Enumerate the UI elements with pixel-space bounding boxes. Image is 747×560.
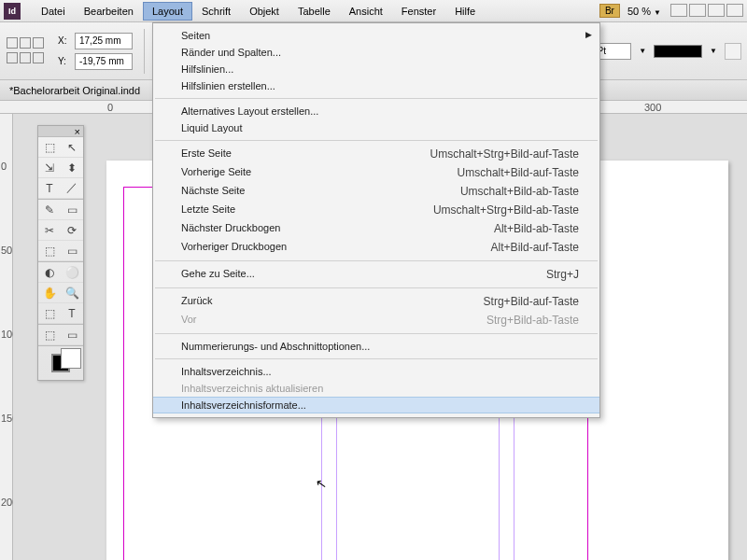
menu-schrift[interactable]: Schrift <box>192 2 240 21</box>
menu-item[interactable]: Vorheriger DruckbogenAlt+Bild-auf-Taste <box>153 238 599 257</box>
tool-button[interactable]: ⬍ <box>61 158 83 178</box>
close-icon[interactable]: × <box>75 126 80 137</box>
menu-item[interactable]: Hilfslinien erstellen... <box>153 77 599 94</box>
misc-icon[interactable] <box>725 43 741 60</box>
x-label: X: <box>58 35 71 46</box>
menu-item[interactable]: Vorherige SeiteUmschalt+Bild-auf-Taste <box>153 163 599 182</box>
app-icon: Id <box>4 3 21 20</box>
tool-button[interactable]: ▭ <box>61 241 83 261</box>
tool-button[interactable]: ✂ <box>38 220 61 241</box>
tool-button[interactable]: ✎ <box>38 200 61 220</box>
tool-button[interactable]: ⚪ <box>61 262 83 283</box>
tool-button[interactable]: ◐ <box>38 262 61 283</box>
tool-button[interactable]: ↖ <box>61 137 83 158</box>
bridge-chip[interactable]: Br <box>599 4 620 18</box>
menu-item: Inhaltsverzeichnis aktualisieren <box>153 380 599 397</box>
x-input[interactable] <box>75 33 133 49</box>
menu-ansicht[interactable]: Ansicht <box>340 2 392 21</box>
tool-button[interactable]: ▭ <box>61 325 83 345</box>
workspace-icons[interactable] <box>669 4 743 19</box>
menu-hilfe[interactable]: Hilfe <box>445 2 485 21</box>
menu-item[interactable]: Hilfslinien... <box>153 61 599 77</box>
menu-layout[interactable]: Layout <box>143 2 192 21</box>
menu-bearbeiten[interactable]: Bearbeiten <box>75 2 143 21</box>
tool-button[interactable]: ⇲ <box>38 158 61 178</box>
tool-button[interactable]: T <box>61 303 83 324</box>
menu-item[interactable]: Seiten▶ <box>153 27 599 44</box>
toolbox-header[interactable]: × <box>38 126 83 137</box>
menu-item[interactable]: Erste SeiteUmschalt+Strg+Bild-auf-Taste <box>153 145 599 163</box>
menu-item: VorStrg+Bild-ab-Taste <box>153 311 599 329</box>
menu-item[interactable]: Liquid Layout <box>153 119 599 136</box>
menu-item[interactable]: Letzte SeiteUmschalt+Strg+Bild-ab-Taste <box>153 201 599 219</box>
menu-item[interactable]: Nächste SeiteUmschalt+Bild-ab-Taste <box>153 182 599 201</box>
tool-button[interactable]: T <box>38 178 61 199</box>
tool-button[interactable]: ⬚ <box>38 325 61 345</box>
menu-item[interactable]: Nächster DruckbogenAlt+Bild-ab-Taste <box>153 219 599 238</box>
menubar: Id DateiBearbeitenLayoutSchriftObjektTab… <box>0 0 747 22</box>
reference-point[interactable] <box>6 36 45 66</box>
menu-item[interactable]: Alternatives Layout erstellen... <box>153 103 599 119</box>
tool-button[interactable]: ／ <box>61 178 83 199</box>
menu-datei[interactable]: Datei <box>32 2 75 21</box>
menu-tabelle[interactable]: Tabelle <box>289 2 340 21</box>
tool-button[interactable]: ✋ <box>38 283 61 303</box>
y-label: Y: <box>58 56 71 66</box>
stroke-style[interactable] <box>654 45 702 58</box>
layout-menu-dropdown: Seiten▶Ränder und Spalten...Hilfslinien.… <box>152 22 600 418</box>
menu-item[interactable]: Inhaltsverzeichnis... <box>153 363 599 380</box>
tool-button[interactable]: ▭ <box>61 200 83 220</box>
ruler-vertical: 0 50 100 150 200 <box>0 114 13 560</box>
menu-item[interactable]: Ränder und Spalten... <box>153 44 599 61</box>
cursor-icon: ↖ <box>315 475 329 492</box>
tool-button[interactable]: ⟳ <box>61 220 83 241</box>
y-input[interactable] <box>75 53 133 70</box>
menu-item[interactable]: Nummerierungs- und Abschnittoptionen... <box>153 338 599 355</box>
tool-button[interactable]: ⬚ <box>38 303 61 324</box>
tool-button[interactable]: ⬚ <box>38 241 61 261</box>
menu-item[interactable]: Gehe zu Seite...Strg+J <box>153 265 599 284</box>
menu-item[interactable]: ZurückStrg+Bild-auf-Taste <box>153 292 599 311</box>
menu-item[interactable]: Inhaltsverzeichnisformate... <box>153 397 599 413</box>
zoom-level[interactable]: 50 % ▼ <box>627 6 661 17</box>
menu-fenster[interactable]: Fenster <box>392 2 445 21</box>
tool-button[interactable]: ⬚ <box>38 137 61 158</box>
toolbox: × ⬚↖⇲⬍T／✎▭✂⟳⬚▭◐⚪✋🔍⬚T⬚▭ <box>37 125 84 381</box>
fill-stroke-swatch[interactable] <box>38 346 83 380</box>
tool-button[interactable]: 🔍 <box>61 283 83 303</box>
menu-objekt[interactable]: Objekt <box>240 2 289 21</box>
